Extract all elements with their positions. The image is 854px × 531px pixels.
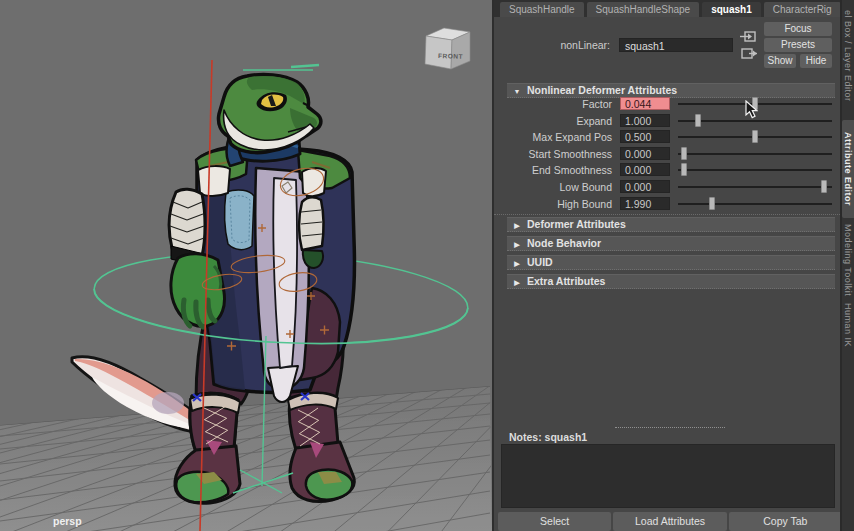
section-label: Deformer Attributes [527,218,626,230]
attribute-label: Low Bound [559,181,612,193]
show-button[interactable]: Show [764,54,796,68]
attribute-slider[interactable] [678,147,832,161]
slider-track [678,169,832,171]
section-nonlinear-deformer-attributes[interactable]: ▼Nonlinear Deformer Attributes [507,83,835,98]
attribute-row-factor: Factor0.044 [494,97,840,112]
viewport-canvas: FRONT persp [0,0,492,531]
notes-splitter-handle[interactable] [615,427,725,428]
slider-handle[interactable] [681,163,687,176]
attribute-slider[interactable] [678,197,832,211]
notes-label: Notes: squash1 [509,431,587,443]
slider-handle[interactable] [695,114,701,127]
viewport-persp[interactable]: FRONT persp [0,0,492,531]
mouse-cursor [745,100,758,119]
sidebar-tab-attribute-editor[interactable]: Attribute Editor [842,120,854,218]
sidebar-tab-el-box-layer-editor[interactable]: el Box / Layer Editor [842,0,854,120]
attribute-editor-tabbar: SquashHandleSquashHandleShapesquash1Char… [494,0,840,17]
section-collapsed-icon: ▶ [507,276,527,289]
slider-handle[interactable] [821,180,827,193]
hide-button[interactable]: Hide [800,54,832,68]
attribute-editor-panel: SquashHandleSquashHandleShapesquash1Char… [492,0,840,531]
attribute-value-field[interactable]: 0.044 [620,97,670,110]
section-extra-attributes[interactable]: ▶Extra Attributes [507,274,835,289]
slider-track [678,153,832,155]
attribute-slider[interactable] [678,163,832,177]
maya-window: FRONT persp SquashHandleSquashHandleShap… [0,0,854,531]
load-attributes-button[interactable]: Load Attributes [613,512,726,531]
nonlinear-name-field[interactable]: squash1 [619,38,733,52]
section-collapsed-icon: ▶ [507,238,527,251]
section-uuid[interactable]: ▶UUID [507,255,835,270]
slider-track [678,120,832,122]
attribute-row-low-bound: Low Bound0.000 [494,180,840,195]
section-node-behavior[interactable]: ▶Node Behavior [507,236,835,251]
attribute-rows: Factor0.044Expand1.000Max Expand Pos0.50… [494,97,840,215]
attribute-value-field[interactable]: 0.500 [620,130,670,143]
section-collapsed-icon: ▶ [507,219,527,232]
slider-track [678,186,832,188]
select-button[interactable]: Select [498,512,611,531]
input-connections-icon[interactable] [740,30,757,43]
view-cube-front-label: FRONT [438,52,463,60]
presets-button[interactable]: Presets [764,38,832,52]
right-sidebar: el Box / Layer EditorAttribute EditorMod… [840,0,854,531]
attribute-row-expand: Expand1.000 [494,114,840,129]
output-connections-icon[interactable] [740,47,757,60]
attribute-row-max-expand-pos: Max Expand Pos0.500 [494,130,840,145]
ae-tab-squash1[interactable]: squash1 [702,2,761,17]
section-label: Extra Attributes [527,275,605,287]
view-cube[interactable]: FRONT [425,28,470,69]
notes-textarea[interactable] [501,444,835,508]
collapsed-sections: ▶Deformer Attributes▶Node Behavior▶UUID▶… [494,217,840,293]
attribute-label: High Bound [557,198,612,210]
copy-tab-button[interactable]: Copy Tab [729,512,842,531]
section-collapsed-icon: ▶ [507,257,527,270]
attribute-value-field[interactable]: 1.990 [620,197,670,210]
section-label: Nonlinear Deformer Attributes [527,84,677,96]
attribute-label: Factor [582,98,612,110]
attribute-label: Start Smoothness [529,148,612,160]
ae-tab-squashhandle[interactable]: SquashHandle [500,2,584,17]
slider-handle[interactable] [709,197,715,210]
attribute-label: Expand [576,115,612,127]
attribute-slider[interactable] [678,180,832,194]
focus-button[interactable]: Focus [764,22,832,36]
section-deformer-attributes[interactable]: ▶Deformer Attributes [507,217,835,232]
camera-label: persp [53,515,82,527]
attribute-label: End Smoothness [532,164,612,176]
attribute-slider[interactable] [678,130,832,144]
ae-tab-characterrig[interactable]: CharacterRig [764,2,841,17]
attribute-editor-footer: SelectLoad AttributesCopy Tab [498,512,842,531]
attribute-value-field[interactable]: 0.000 [620,180,670,193]
attribute-value-field[interactable]: 1.000 [620,114,670,127]
character-right-arm [299,198,323,268]
section-label: UUID [527,256,553,268]
sidebar-tab-modeling-toolkit[interactable]: Modeling Toolkit [842,221,854,300]
ae-tab-squashhandleshape[interactable]: SquashHandleShape [587,2,700,17]
attribute-value-field[interactable]: 0.000 [620,163,670,176]
attribute-label: Max Expand Pos [533,131,612,143]
attribute-row-high-bound: High Bound1.990 [494,197,840,212]
nonlinear-label: nonLinear: [560,39,610,51]
slider-handle[interactable] [752,130,758,143]
slider-handle[interactable] [681,147,687,160]
slider-track [678,203,832,205]
sidebar-tab-human-ik[interactable]: Human IK [842,302,854,348]
section-label: Node Behavior [527,237,601,249]
attribute-row-end-smoothness: End Smoothness0.000 [494,163,840,178]
attribute-value-field[interactable]: 0.000 [620,147,670,160]
attribute-row-start-smoothness: Start Smoothness0.000 [494,147,840,162]
